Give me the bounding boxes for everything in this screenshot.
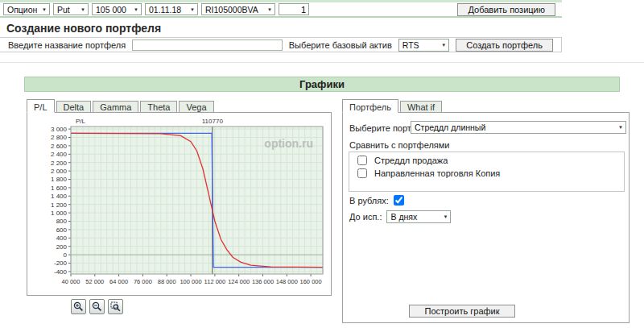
tab-delta[interactable]: Delta: [56, 101, 92, 113]
svg-text:400: 400: [56, 235, 68, 242]
zoom-reset-button[interactable]: [108, 299, 123, 314]
option-ru-page: Опцион ▼ Put ▼ 105 000 ▼ 01.11.18 ▼ RI10…: [0, 0, 644, 328]
svg-text:148 000: 148 000: [276, 278, 298, 285]
compare-item-label: Стреддл продажа: [374, 156, 448, 165]
svg-text:2 400: 2 400: [51, 151, 68, 158]
tab-gamma[interactable]: Gamma: [93, 101, 138, 113]
base-asset-value: RTS: [402, 40, 419, 50]
divider: [0, 62, 644, 63]
chevron-down-icon: ▼: [444, 214, 448, 219]
portfolio-panel: Выберите портфель Стреддл длинный ▼ Срав…: [342, 112, 630, 323]
rubles-label: В рублях:: [349, 196, 389, 206]
until-expiry-row: До исп.: В днях ▼: [349, 210, 451, 223]
quantity-input[interactable]: [279, 3, 309, 15]
portfolio-tabs: Портфель What if: [342, 99, 444, 113]
compare-item-label: Направленная торговля Копия: [374, 168, 500, 178]
compare-checkbox-straddle-sale[interactable]: [357, 156, 367, 165]
new-portfolio-form: Введите название портфеля Выберите базов…: [0, 37, 562, 52]
add-position-button[interactable]: Добавить позицию: [457, 3, 555, 16]
svg-text:2 200: 2 200: [51, 160, 68, 167]
svg-text:1 000: 1 000: [51, 210, 68, 217]
tab-vega[interactable]: Vega: [179, 101, 213, 113]
build-chart-button[interactable]: Построить график: [409, 305, 515, 318]
svg-text:600: 600: [56, 226, 68, 234]
compare-portfolios-box: Стреддл продажа Направленная торговля Ко…: [349, 152, 625, 192]
instrument-type-value: Опцион: [7, 5, 37, 15]
rubles-row: В рублях:: [349, 195, 404, 206]
compare-item-row: Стреддл продажа: [349, 152, 624, 165]
chevron-down-icon: ▼: [42, 7, 47, 12]
strike-value: 105 000: [96, 5, 126, 15]
tab-theta[interactable]: Theta: [140, 101, 177, 113]
portfolio-name-label: Введите название портфеля: [8, 40, 126, 50]
svg-text:40 000: 40 000: [62, 278, 80, 285]
chevron-down-icon: ▼: [80, 7, 85, 12]
svg-text:64 000: 64 000: [109, 278, 128, 285]
chevron-down-icon: ▼: [134, 7, 138, 12]
add-position-bar: Опцион ▼ Put ▼ 105 000 ▼ 01.11.18 ▼ RI10…: [0, 2, 562, 18]
svg-text:2 800: 2 800: [51, 134, 68, 141]
base-asset-select[interactable]: RTS ▼: [398, 39, 449, 52]
until-expiry-select[interactable]: В днях ▼: [386, 210, 451, 223]
svg-text:112 000: 112 000: [204, 278, 226, 285]
create-portfolio-button[interactable]: Создать портфель: [456, 39, 553, 52]
compare-portfolios-label: Сравнить с портфелями: [349, 140, 450, 150]
series-value: RI105000BVA: [205, 5, 258, 15]
svg-text:124 000: 124 000: [228, 278, 250, 285]
instrument-type-select[interactable]: Опцион ▼: [3, 3, 50, 15]
zoom-out-icon: [92, 301, 102, 312]
compare-item-row: Направленная торговля Копия: [349, 165, 624, 178]
chart-tabs: P/L Delta Gamma Theta Vega: [27, 99, 216, 113]
expiry-value: 01.11.18: [149, 5, 181, 15]
strike-select[interactable]: 105 000 ▼: [92, 3, 142, 15]
svg-text:1 400: 1 400: [51, 193, 68, 200]
svg-text:-400: -400: [54, 268, 68, 276]
zoom-in-icon: [73, 301, 84, 312]
portfolio-select[interactable]: Стреддл длинный ▼: [411, 121, 626, 134]
put-call-select[interactable]: Put ▼: [53, 3, 89, 15]
expiry-select[interactable]: 01.11.18 ▼: [145, 3, 198, 15]
svg-text:option.ru: option.ru: [264, 137, 313, 150]
tab-pl[interactable]: P/L: [27, 99, 55, 113]
new-portfolio-heading: Создание нового портфеля: [6, 22, 161, 35]
svg-text:800: 800: [56, 218, 68, 225]
svg-text:110770: 110770: [202, 118, 224, 125]
portfolio-select-value: Стреддл длинный: [415, 122, 485, 132]
tab-portfolio[interactable]: Портфель: [342, 99, 398, 113]
portfolio-name-input[interactable]: [132, 39, 283, 51]
svg-text:3 000: 3 000: [51, 126, 68, 133]
series-select[interactable]: RI105000BVA ▼: [201, 3, 275, 15]
chart-zoom-toolbar: [71, 299, 123, 314]
chevron-down-icon: ▼: [618, 125, 623, 130]
rubles-checkbox[interactable]: [394, 195, 404, 206]
until-expiry-value: В днях: [390, 212, 417, 222]
svg-text:2 600: 2 600: [51, 143, 68, 150]
chevron-down-icon: ▼: [190, 7, 195, 12]
svg-text:76 000: 76 000: [134, 278, 152, 285]
svg-text:136 000: 136 000: [252, 278, 274, 285]
compare-checkbox-directional-copy[interactable]: [357, 168, 367, 178]
zoom-reset-icon: [110, 301, 121, 312]
tab-what-if[interactable]: What if: [400, 101, 442, 113]
svg-text:100 000: 100 000: [180, 278, 201, 285]
svg-text:200: 200: [56, 243, 68, 251]
zoom-in-button[interactable]: [71, 299, 86, 314]
svg-text:160 000: 160 000: [300, 278, 322, 285]
svg-text:P/L: P/L: [76, 118, 86, 125]
svg-text:0: 0: [64, 251, 68, 259]
base-asset-label: Выберите базовый актив: [289, 40, 392, 50]
svg-text:1 600: 1 600: [51, 185, 68, 192]
svg-text:52 000: 52 000: [85, 278, 104, 285]
svg-text:2 000: 2 000: [51, 168, 68, 175]
svg-text:1 800: 1 800: [51, 176, 68, 183]
pl-chart: 40 00052 00064 00076 00088 000100 000112…: [29, 115, 329, 291]
put-call-value: Put: [57, 5, 70, 15]
charts-section-header: Графики: [24, 77, 620, 92]
chevron-down-icon: ▼: [441, 43, 446, 48]
svg-text:1 200: 1 200: [51, 201, 68, 209]
chevron-down-icon: ▼: [267, 7, 272, 12]
chart-panel: 40 00052 00064 00076 00088 000100 000112…: [27, 112, 332, 296]
zoom-out-button[interactable]: [89, 299, 105, 314]
svg-text:88 000: 88 000: [158, 278, 176, 285]
until-expiry-label: До исп.:: [349, 212, 382, 222]
